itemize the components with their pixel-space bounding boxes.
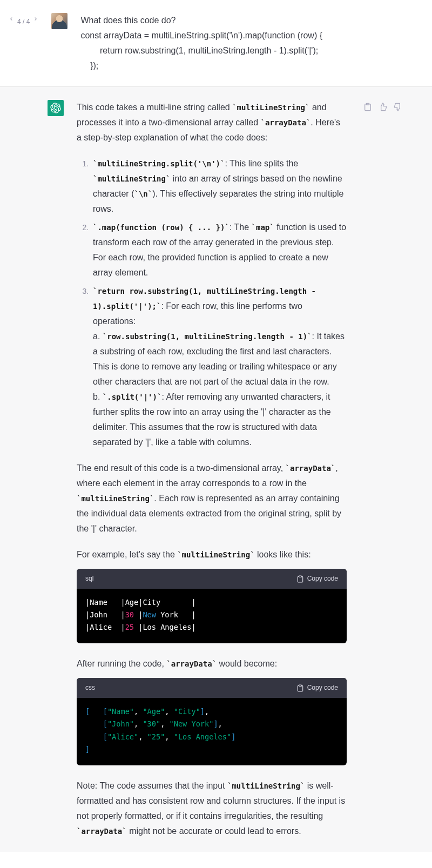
- assistant-avatar: [48, 100, 64, 116]
- code-block-css: css Copy code [ ["Name", "Age", "City"],…: [77, 678, 347, 765]
- svg-rect-0: [299, 576, 301, 577]
- copy-code-button[interactable]: Copy code: [296, 682, 338, 694]
- svg-rect-1: [299, 685, 301, 686]
- chevron-right-icon[interactable]: [33, 16, 38, 22]
- user-avatar: [51, 13, 68, 29]
- list-item: .map(function (row) { ... }): The map fu…: [91, 220, 347, 280]
- clipboard-icon[interactable]: [363, 102, 373, 112]
- pager-text: 4 / 4: [17, 16, 30, 28]
- code-block-sql: sql Copy code |Name |Age|City | |John |3…: [77, 569, 347, 643]
- user-message: 4 / 4 What does this code do? const arra…: [0, 0, 432, 87]
- code-lang: sql: [85, 573, 93, 584]
- code-lang: css: [85, 682, 95, 694]
- copy-code-button[interactable]: Copy code: [296, 573, 338, 584]
- message-pager: 4 / 4: [9, 13, 38, 73]
- svg-rect-2: [366, 103, 369, 105]
- explanation-list: multiLineString.split('\n'): This line s…: [77, 156, 347, 450]
- thumbs-up-icon[interactable]: [378, 102, 388, 112]
- user-text: What does this code do? const arrayData …: [80, 13, 350, 73]
- code-inline: multiLineString: [232, 103, 309, 112]
- code-content: [ ["Name", "Age", "City"], ["John", "30"…: [77, 698, 347, 765]
- clipboard-icon: [296, 684, 304, 692]
- thumbs-down-icon[interactable]: [393, 102, 403, 112]
- assistant-message: This code takes a multi-line string call…: [0, 87, 432, 852]
- assistant-text: This code takes a multi-line string call…: [77, 100, 347, 839]
- message-actions: [360, 100, 403, 839]
- code-content: |Name |Age|City | |John |30 |New York | …: [77, 589, 347, 643]
- clipboard-icon: [296, 575, 304, 583]
- list-item: return row.substring(1, multiLineString.…: [91, 284, 347, 450]
- list-item: multiLineString.split('\n'): This line s…: [91, 156, 347, 217]
- chevron-left-icon[interactable]: [9, 16, 14, 22]
- code-inline: arrayData: [261, 118, 311, 127]
